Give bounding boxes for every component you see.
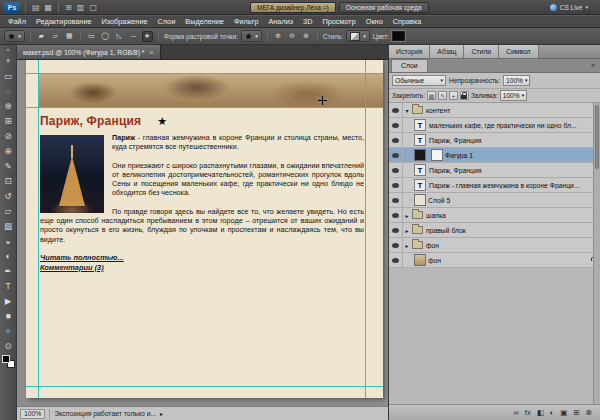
menu-3d[interactable]: 3D: [298, 16, 317, 28]
shape-layers-mode-icon[interactable]: ▰: [36, 31, 47, 42]
quick-selection-tool[interactable]: ⊛: [1, 98, 16, 113]
view-extras-icon[interactable]: ⊞: [64, 2, 73, 13]
visibility-toggle[interactable]: [389, 208, 403, 222]
visibility-toggle[interactable]: [389, 193, 403, 207]
menu-file[interactable]: Файл: [3, 16, 31, 28]
layer-thumbnail[interactable]: [414, 149, 426, 161]
visibility-toggle[interactable]: [389, 253, 403, 267]
tab-layers[interactable]: Слои: [391, 59, 428, 72]
menu-view[interactable]: Просмотр: [317, 16, 360, 28]
history-brush-tool[interactable]: ↺: [1, 188, 16, 203]
menu-edit[interactable]: Редактирование: [31, 16, 97, 28]
lock-transparency-icon[interactable]: ▨: [427, 91, 436, 100]
tab-history[interactable]: История: [389, 45, 430, 58]
visibility-toggle[interactable]: [389, 118, 403, 132]
new-layer-icon[interactable]: ⊞: [573, 405, 579, 420]
crop-tool[interactable]: ⊞: [1, 113, 16, 128]
lasso-tool[interactable]: ◌: [1, 83, 16, 98]
layer-row-text[interactable]: T Париж, Франция: [389, 163, 600, 178]
visibility-toggle[interactable]: [389, 163, 403, 177]
tool-preset-picker[interactable]: ★ ▾: [4, 30, 25, 42]
adjustment-layer-icon[interactable]: ◐: [550, 405, 555, 420]
menu-help[interactable]: Справка: [388, 16, 427, 28]
visibility-toggle[interactable]: [389, 178, 403, 192]
blur-tool[interactable]: ◒: [1, 233, 16, 248]
pen-tool[interactable]: ✒: [1, 263, 16, 278]
layer-row-group-content[interactable]: ▾ контент: [389, 103, 600, 118]
layer-row-group-header[interactable]: ▸ шапка: [389, 208, 600, 223]
collapsed-arrow-icon[interactable]: ▸: [403, 212, 411, 219]
mini-bridge-icon[interactable]: ▦: [44, 2, 54, 13]
custom-shape-picker[interactable]: ★ ▾: [241, 30, 262, 42]
lock-position-icon[interactable]: +: [449, 91, 458, 100]
menu-window[interactable]: Окно: [361, 16, 388, 28]
vector-mask-thumbnail[interactable]: [431, 149, 443, 161]
menu-image[interactable]: Изображение: [97, 16, 153, 28]
visibility-toggle[interactable]: [389, 133, 403, 147]
layer-style-icon[interactable]: fx: [525, 405, 531, 420]
opacity-field[interactable]: 100% ▾: [503, 75, 530, 86]
rectangle-tool-icon[interactable]: ▭: [86, 31, 97, 42]
clone-stamp-tool[interactable]: ⊡: [1, 173, 16, 188]
eraser-tool[interactable]: ▱: [1, 203, 16, 218]
foreground-color-swatch[interactable]: [2, 355, 10, 363]
fill-pixels-mode-icon[interactable]: ▦: [64, 31, 75, 42]
layer-row-text[interactable]: T Париж - главная жемчужина в короне Фра…: [389, 178, 600, 193]
collapsed-arrow-icon[interactable]: ▸: [403, 227, 411, 234]
new-group-icon[interactable]: ▣: [560, 405, 567, 420]
layer-thumbnail[interactable]: [414, 194, 426, 206]
paths-mode-icon[interactable]: ▱: [50, 31, 61, 42]
delete-layer-icon[interactable]: ⊗: [586, 405, 592, 420]
collapsed-arrow-icon[interactable]: ▸: [403, 242, 411, 249]
custom-shape-icon[interactable]: ★: [142, 31, 153, 42]
collapse-panel-icon[interactable]: «: [6, 46, 9, 53]
lock-all-icon[interactable]: [460, 91, 469, 100]
menu-select[interactable]: Выделение: [180, 16, 229, 28]
ellipse-tool-icon[interactable]: ◯: [100, 31, 111, 42]
close-icon[interactable]: ×: [149, 49, 153, 56]
polygon-tool-icon[interactable]: ◺: [114, 31, 125, 42]
visibility-toggle[interactable]: [389, 223, 403, 237]
visibility-toggle[interactable]: [389, 148, 403, 162]
fill-field[interactable]: 100% ▾: [500, 90, 527, 101]
type-tool[interactable]: T: [1, 278, 16, 293]
layer-mask-icon[interactable]: ◧: [537, 405, 544, 420]
layer-row-background[interactable]: фон: [389, 253, 600, 268]
layer-row-shape-selected[interactable]: Фигура 1: [389, 148, 600, 163]
status-options-icon[interactable]: ▸: [160, 410, 163, 417]
gradient-tool[interactable]: ▧: [1, 218, 16, 233]
zoom-tool[interactable]: ⊙: [1, 338, 16, 353]
path-selection-tool[interactable]: ▶: [1, 293, 16, 308]
shape-tool[interactable]: ■: [1, 308, 16, 323]
menu-filter[interactable]: Фильтр: [229, 16, 264, 28]
photoshop-logo[interactable]: Ps: [4, 2, 20, 13]
cs-live-button[interactable]: CS Live ▾: [550, 2, 588, 13]
layers-scrollbar[interactable]: [593, 103, 600, 404]
brush-tool[interactable]: ✎: [1, 158, 16, 173]
layer-row-pixel[interactable]: Слой 5: [389, 193, 600, 208]
color-swatches[interactable]: [2, 355, 15, 368]
visibility-toggle[interactable]: [389, 103, 403, 117]
tab-paragraph[interactable]: Абзац: [430, 45, 464, 58]
subtract-from-shape-icon[interactable]: ⊖: [287, 31, 298, 42]
hand-tool[interactable]: ○: [1, 323, 16, 338]
screen-mode-icon[interactable]: ▢: [88, 2, 98, 13]
layer-thumbnail[interactable]: [414, 254, 426, 266]
workspace-button-custom[interactable]: МЕГА дизайнер Лёха =): [250, 2, 336, 13]
add-to-shape-icon[interactable]: ⊕: [273, 31, 284, 42]
lock-pixels-icon[interactable]: ✎: [438, 91, 447, 100]
arrange-documents-icon[interactable]: ▥: [76, 2, 86, 13]
workspace-button-default[interactable]: Основная рабочая среда: [339, 2, 429, 13]
line-tool-icon[interactable]: ─: [128, 31, 139, 42]
healing-brush-tool[interactable]: ⊕: [1, 143, 16, 158]
zoom-level-field[interactable]: 100%: [20, 409, 45, 419]
tab-character[interactable]: Символ: [499, 45, 539, 58]
panel-menu-icon[interactable]: ≡: [591, 59, 595, 72]
bridge-icon[interactable]: ▤: [31, 2, 41, 13]
document-canvas[interactable]: Париж, Франция ★ Париж - главная жемчужи…: [26, 60, 383, 398]
rectangular-marquee-tool[interactable]: ▭: [1, 68, 16, 83]
dodge-tool[interactable]: ◐: [1, 248, 16, 263]
menu-analysis[interactable]: Анализ: [263, 16, 298, 28]
expand-arrow-icon[interactable]: ▾: [403, 107, 411, 114]
style-picker[interactable]: ▾: [346, 30, 370, 42]
